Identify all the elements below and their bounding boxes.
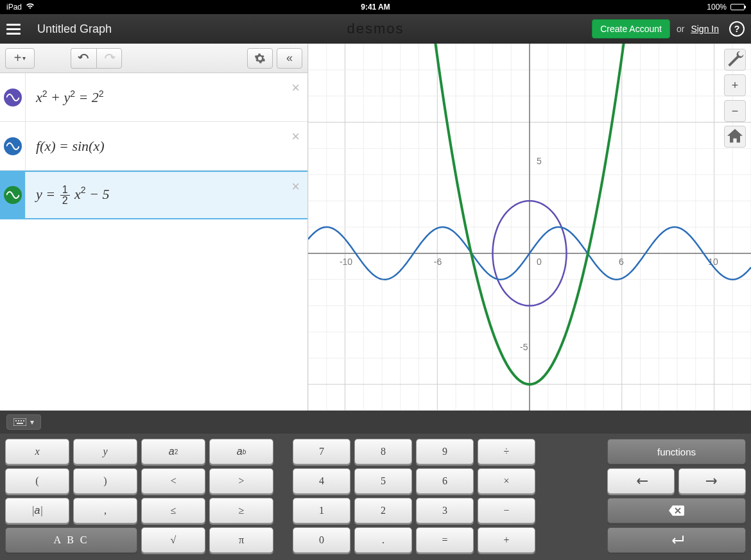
delete-expression-button[interactable]: × [291, 80, 300, 96]
key-plus[interactable]: + [478, 527, 535, 553]
key-functions[interactable]: functions [607, 439, 746, 464]
key-right[interactable] [678, 468, 746, 494]
key-square[interactable]: a2 [141, 439, 205, 464]
key-eq[interactable]: = [416, 527, 474, 553]
svg-rect-45 [23, 420, 24, 421]
collapse-sidebar-button[interactable]: « [277, 48, 302, 69]
arrow-right-icon [706, 478, 719, 484]
main-area: +▾ « x2 + y2 = 22 × [0, 44, 751, 411]
svg-rect-44 [21, 420, 22, 421]
key-x[interactable]: x [5, 439, 69, 464]
key-rparen[interactable]: ) [73, 468, 137, 494]
or-text: or [677, 24, 684, 34]
key-enter[interactable] [607, 527, 746, 553]
svg-rect-43 [18, 420, 19, 421]
undo-button[interactable] [71, 48, 96, 69]
app-logo: desmos [347, 21, 404, 37]
key-abc[interactable]: A B C [5, 527, 137, 553]
expression-color-tab[interactable] [0, 73, 26, 121]
key-7[interactable]: 7 [293, 439, 350, 464]
enter-icon [669, 536, 684, 545]
svg-rect-41 [13, 418, 26, 426]
key-lparen[interactable]: ( [5, 468, 69, 494]
tick-label: -5 [520, 342, 528, 352]
key-0[interactable]: 0 [293, 527, 350, 553]
delete-expression-button[interactable]: × [291, 128, 300, 145]
key-le[interactable]: ≤ [141, 498, 205, 523]
expression-row[interactable]: f(x) = sin(x) × [0, 122, 307, 171]
key-pi[interactable]: π [209, 527, 273, 553]
backspace-icon [669, 505, 684, 516]
graph-canvas[interactable]: -10 -6 0 6 10 5 -5 + − [308, 44, 751, 411]
curve-icon [4, 89, 22, 106]
key-4[interactable]: 4 [293, 468, 350, 494]
add-expression-button[interactable]: +▾ [5, 48, 35, 69]
home-button[interactable] [724, 126, 746, 148]
tick-label: 0 [537, 257, 542, 267]
graph-title[interactable]: Untitled Graph [37, 22, 112, 36]
tick-label: 5 [537, 156, 542, 166]
key-abs[interactable]: |a| [5, 498, 69, 523]
key-6[interactable]: 6 [416, 468, 474, 494]
wifi-icon [26, 3, 35, 12]
wrench-icon [725, 49, 745, 70]
chevron-down-icon: ▾ [22, 55, 26, 62]
menu-button[interactable] [6, 19, 26, 38]
key-8[interactable]: 8 [354, 439, 412, 464]
settings-button[interactable] [247, 48, 273, 69]
expression-text[interactable]: y = 12 x2 − 5 [26, 185, 307, 206]
plot-svg: -10 -6 0 6 10 5 -5 [308, 44, 751, 411]
key-3[interactable]: 3 [416, 498, 474, 523]
app-topbar: Untitled Graph desmos Create Account or … [0, 14, 751, 44]
key-power[interactable]: ab [209, 439, 273, 464]
battery-percent: 100% [707, 3, 727, 12]
expression-row[interactable]: x2 + y2 = 22 × [0, 73, 307, 122]
device-status-bar: iPad 9:41 AM 100% [0, 0, 751, 14]
key-gt[interactable]: > [209, 468, 273, 494]
sidebar-toolbar: +▾ « [0, 44, 307, 73]
expression-text[interactable]: x2 + y2 = 22 [26, 89, 307, 106]
expression-row[interactable]: y = 12 x2 − 5 × [0, 171, 307, 219]
zoom-out-button[interactable]: − [724, 100, 746, 122]
keyboard-mode-button[interactable]: ▾ [6, 414, 41, 430]
create-account-button[interactable]: Create Account [592, 19, 670, 38]
key-1[interactable]: 1 [293, 498, 350, 523]
key-div[interactable]: ÷ [478, 439, 535, 464]
gear-icon [254, 53, 266, 64]
device-label: iPad [6, 3, 22, 12]
key-y[interactable]: y [73, 439, 137, 464]
key-9[interactable]: 9 [416, 439, 474, 464]
key-2[interactable]: 2 [354, 498, 412, 523]
key-backspace[interactable] [607, 498, 746, 523]
redo-button[interactable] [96, 48, 122, 69]
keyboard-icon [13, 418, 26, 426]
keyboard-mode-bar: ▾ [0, 411, 751, 434]
help-button[interactable]: ? [729, 21, 745, 37]
zoom-in-button[interactable]: + [724, 74, 746, 96]
sign-in-link[interactable]: Sign In [691, 24, 719, 34]
tick-label: -6 [434, 257, 442, 267]
svg-rect-42 [15, 420, 17, 421]
key-dot[interactable]: . [354, 527, 412, 553]
expression-color-tab[interactable] [0, 172, 26, 218]
home-icon [725, 126, 745, 147]
key-sqrt[interactable]: √ [141, 527, 205, 553]
key-lt[interactable]: < [141, 468, 205, 494]
curve-icon [4, 137, 22, 155]
keyboard-group-actions: functions [607, 439, 746, 555]
graph-settings-button[interactable] [724, 49, 746, 71]
key-5[interactable]: 5 [354, 468, 412, 494]
expression-color-tab[interactable] [0, 122, 26, 170]
delete-expression-button[interactable]: × [291, 178, 300, 195]
key-comma[interactable]: , [73, 498, 137, 523]
key-left[interactable] [607, 468, 675, 494]
key-ge[interactable]: ≥ [209, 498, 273, 523]
expression-sidebar: +▾ « x2 + y2 = 22 × [0, 44, 308, 411]
expression-text[interactable]: f(x) = sin(x) [26, 138, 307, 155]
graph-controls: + − [724, 49, 746, 148]
clock: 9:41 AM [361, 3, 390, 12]
key-mul[interactable]: × [478, 468, 535, 494]
battery-icon [730, 4, 745, 10]
keyboard-group-numpad: 7 8 9 ÷ 4 5 6 × 1 2 3 − 0 . = + [293, 439, 535, 555]
key-minus[interactable]: − [478, 498, 535, 523]
